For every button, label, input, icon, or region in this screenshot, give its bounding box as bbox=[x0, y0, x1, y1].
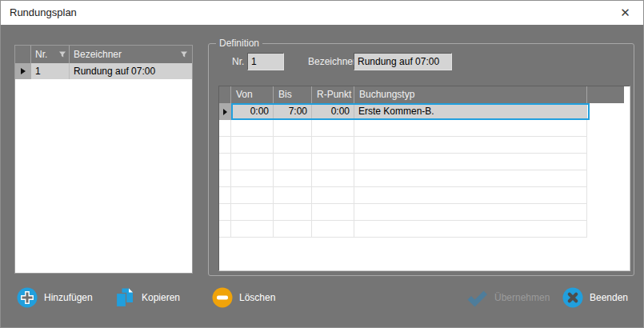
column-header-buchungstyp[interactable]: Buchungstyp bbox=[354, 86, 587, 103]
definition-row-selected[interactable]: 0:00 7:00 0:00 Erste Kommen-B. bbox=[219, 103, 587, 120]
bezeichner-field[interactable] bbox=[354, 53, 452, 70]
check-icon bbox=[466, 288, 488, 308]
empty-row[interactable] bbox=[219, 204, 587, 221]
plan-list-header: Nr. Bezeichner bbox=[15, 46, 192, 63]
empty-row[interactable] bbox=[219, 154, 587, 170]
von-cell[interactable]: 0:00 bbox=[231, 103, 274, 120]
loeschen-label: Löschen bbox=[239, 292, 275, 303]
nr-field[interactable] bbox=[247, 53, 284, 70]
rpunkt-cell[interactable]: 0:00 bbox=[312, 103, 354, 120]
row-selector-header-cell bbox=[219, 86, 231, 103]
funnel-filter-icon[interactable] bbox=[58, 50, 66, 58]
empty-row[interactable] bbox=[219, 170, 587, 187]
empty-row[interactable] bbox=[219, 137, 587, 154]
kopieren-button[interactable]: Kopieren bbox=[114, 286, 180, 309]
column-header-rpunkt[interactable]: R-Punkt bbox=[312, 86, 354, 103]
hinzufuegen-button[interactable]: Hinzufügen bbox=[17, 286, 93, 309]
definition-group-label: Definition bbox=[216, 38, 262, 50]
empty-row[interactable] bbox=[219, 120, 587, 137]
nr-field-label: Nr. bbox=[232, 53, 244, 70]
loeschen-button[interactable]: Löschen bbox=[212, 286, 275, 309]
buchungstyp-cell[interactable]: Erste Kommen-B. bbox=[354, 103, 587, 120]
row-selector-cell bbox=[15, 63, 31, 79]
plan-bezeichner-cell[interactable]: Rundung auf 07:00 bbox=[70, 63, 192, 79]
close-icon: ✕ bbox=[620, 6, 630, 20]
plan-nr-cell[interactable]: 1 bbox=[31, 63, 70, 79]
column-header-nr[interactable]: Nr. bbox=[31, 46, 70, 63]
current-row-arrow-icon bbox=[21, 68, 26, 74]
plan-list-table: Nr. Bezeichner 1 Rundung auf 07:00 bbox=[14, 45, 193, 274]
row-selector-header-cell bbox=[15, 46, 31, 63]
column-header-bezeichner[interactable]: Bezeichner bbox=[70, 46, 192, 63]
column-header-bis[interactable]: Bis bbox=[274, 86, 312, 103]
kopieren-label: Kopieren bbox=[142, 292, 180, 303]
close-button[interactable]: ✕ bbox=[607, 1, 643, 25]
close-x-icon bbox=[562, 287, 583, 308]
row-selector-cell bbox=[219, 103, 231, 120]
bis-cell[interactable]: 7:00 bbox=[274, 103, 312, 120]
uebernehmen-label: Übernehmen bbox=[494, 292, 550, 303]
definition-group: Definition Nr. Bezeichner Von Bis R-Punk… bbox=[208, 43, 634, 276]
bezeichner-field-label: Bezeichner bbox=[308, 53, 356, 70]
plan-list-row[interactable]: 1 Rundung auf 07:00 bbox=[15, 63, 192, 79]
column-header-nr-label: Nr. bbox=[35, 49, 47, 60]
add-icon bbox=[17, 287, 38, 308]
copy-icon bbox=[114, 287, 135, 309]
beenden-label: Beenden bbox=[590, 292, 628, 303]
window-title: Rundungsplan bbox=[10, 1, 77, 25]
funnel-filter-icon[interactable] bbox=[180, 50, 188, 58]
empty-row[interactable] bbox=[219, 221, 587, 238]
definition-detail-table: Von Bis R-Punkt Buchungstyp 0:00 7:00 0:… bbox=[218, 86, 630, 271]
definition-table-header: Von Bis R-Punkt Buchungstyp bbox=[219, 86, 624, 103]
column-header-von[interactable]: Von bbox=[231, 86, 274, 103]
beenden-button[interactable]: Beenden bbox=[562, 286, 628, 309]
remove-icon bbox=[212, 287, 233, 308]
rundungsplan-dialog: Rundungsplan ✕ Nr. Bezeichner 1 Rundung … bbox=[0, 0, 644, 328]
title-bar: Rundungsplan ✕ bbox=[1, 1, 643, 25]
hinzufuegen-label: Hinzufügen bbox=[44, 292, 93, 303]
current-row-arrow-icon bbox=[223, 109, 227, 115]
column-header-bezeichner-label: Bezeichner bbox=[74, 49, 122, 60]
uebernehmen-button-disabled[interactable]: Übernehmen bbox=[466, 286, 550, 309]
header-filler-cell bbox=[587, 86, 624, 103]
empty-row[interactable] bbox=[219, 187, 587, 204]
